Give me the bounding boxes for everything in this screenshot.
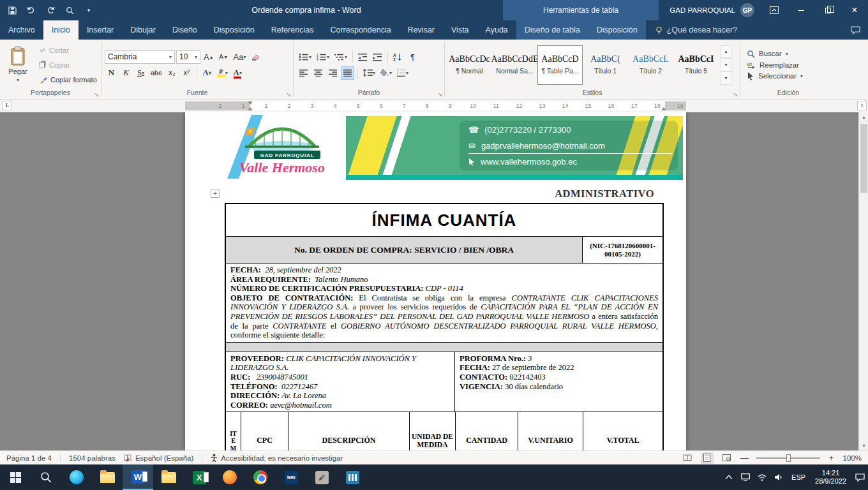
zoom-slider-thumb[interactable] — [786, 454, 791, 462]
tab-diseno-de-tabla[interactable]: Diseño de tabla — [516, 20, 588, 40]
scroll-up-icon[interactable]: ▲ — [859, 112, 868, 122]
accessibility-status[interactable]: Accesibilidad: es necesario investigar — [211, 454, 343, 462]
dialog-launcher-icon[interactable]: ↘ — [94, 92, 99, 98]
multilevel-list-icon[interactable]: ▾ — [333, 50, 349, 64]
minimize-button[interactable] — [788, 0, 814, 20]
bullets-icon[interactable]: ▾ — [297, 50, 313, 64]
vertical-scrollbar[interactable]: ▲ ▼ — [858, 112, 868, 450]
feedback-icon[interactable] — [851, 20, 868, 40]
shading-icon[interactable]: ▾ — [378, 66, 394, 80]
clear-formatting-button[interactable] — [250, 50, 263, 64]
align-right-icon[interactable] — [326, 66, 340, 80]
language-indicator[interactable]: Español (España) — [124, 454, 193, 462]
line-spacing-icon[interactable]: ▾ — [361, 66, 377, 80]
ribbon-display-options-icon[interactable] — [761, 0, 788, 20]
sort-icon[interactable]: AZ — [391, 50, 405, 64]
taskbar-edge-button[interactable] — [61, 464, 92, 490]
redo-icon[interactable] — [42, 3, 59, 18]
tab-disposicion[interactable]: Disposición — [206, 20, 263, 40]
restore-button[interactable] — [814, 0, 841, 20]
tab-inicio[interactable]: Inicio — [43, 20, 79, 40]
show-marks-icon[interactable]: ¶ — [406, 50, 419, 64]
tab-archivo[interactable]: Archivo — [0, 20, 43, 40]
zoom-out-icon[interactable]: — — [740, 453, 749, 463]
tray-expand-icon[interactable] — [721, 464, 737, 490]
monitor-icon[interactable] — [737, 464, 754, 490]
decrease-indent-icon[interactable] — [356, 50, 370, 64]
tab-revisar[interactable]: Revisar — [400, 20, 443, 40]
highlight-button[interactable]: ▾ — [215, 66, 230, 80]
scrollbar-thumb[interactable] — [860, 124, 867, 193]
italic-button[interactable]: K — [119, 66, 133, 80]
page[interactable]: GAD PARROQUIAL Valle Hermoso ☎ (02)27732… — [185, 112, 686, 450]
font-color-button[interactable]: A▾ — [231, 66, 244, 80]
taskbar-search-button[interactable] — [31, 464, 61, 490]
tab-diseno[interactable]: Diseño — [164, 20, 206, 40]
save-icon[interactable] — [4, 3, 20, 18]
ruler-toggle-icon[interactable]: ⇕ — [857, 101, 867, 110]
zoom-level[interactable]: 100% — [843, 454, 862, 462]
print-layout-icon[interactable] — [701, 452, 714, 464]
volume-icon[interactable] — [770, 464, 787, 490]
align-center-icon[interactable] — [311, 66, 325, 80]
underline-button[interactable]: S▾ — [134, 66, 147, 80]
tab-insertar[interactable]: Insertar — [79, 20, 122, 40]
undo-icon[interactable] — [23, 3, 40, 18]
page-indicator[interactable]: Página 1 de 4 — [6, 454, 52, 462]
table-move-handle[interactable]: + — [211, 189, 220, 198]
network-icon[interactable] — [754, 464, 770, 490]
clock[interactable]: 14:21 28/9/2022 — [810, 469, 851, 486]
tab-selector[interactable]: L — [3, 101, 12, 110]
taskbar-word-button[interactable]: W — [123, 464, 153, 490]
taskbar-folder-button[interactable] — [153, 464, 184, 490]
cut-button[interactable]: ✂ Cortar — [37, 44, 100, 57]
zoom-tool-icon[interactable] — [61, 3, 78, 18]
shrink-font-button[interactable]: A▼ — [217, 50, 230, 64]
tab-dibujar[interactable]: Dibujar — [122, 20, 164, 40]
zoom-slider[interactable] — [756, 457, 820, 459]
justify-icon[interactable] — [341, 66, 354, 80]
tab-disposicion-tabla[interactable]: Disposición — [588, 20, 646, 40]
zoom-in-icon[interactable]: + — [827, 453, 836, 463]
style-titulo-2[interactable]: AaBbCcL Título 2 — [628, 45, 673, 85]
paste-button[interactable]: Pegar ▾ — [0, 42, 36, 88]
align-left-icon[interactable] — [297, 66, 310, 80]
superscript-button[interactable]: x² — [180, 66, 193, 80]
borders-icon[interactable]: ▾ — [395, 66, 410, 80]
read-mode-icon[interactable] — [681, 452, 694, 464]
tab-correspondencia[interactable]: Correspondencia — [322, 20, 399, 40]
taskbar-chrome-button[interactable] — [245, 464, 276, 490]
taskbar-file-explorer-button[interactable] — [92, 464, 123, 490]
scroll-down-icon[interactable]: ▼ — [859, 441, 868, 450]
change-case-button[interactable]: Aa▾ — [232, 50, 248, 64]
style-normal-sa[interactable]: AaBbCcDdE Normal Sa... — [492, 45, 537, 85]
tab-vista[interactable]: Vista — [443, 20, 477, 40]
close-button[interactable]: × — [841, 0, 868, 20]
format-painter-button[interactable]: Copiar formato — [37, 73, 100, 86]
taskbar-app-grid-button[interactable] — [337, 464, 368, 490]
style-table-pa[interactable]: AaBbCcD ¶ Table Pa... — [537, 45, 583, 85]
account-info[interactable]: GAD PARROQUIAL GP — [663, 3, 761, 17]
styles-scroll-up-icon[interactable]: ▲ — [721, 45, 731, 59]
style-normal[interactable]: AaBbCcDc ¶ Normal — [447, 45, 492, 85]
dialog-launcher-icon[interactable]: ↘ — [733, 92, 738, 98]
order-table[interactable]: ÍNFIMA CUANTÍA No. DE ORDEN DE COMPRA: S… — [225, 203, 664, 450]
tell-me-search[interactable]: ¿Qué desea hacer? — [655, 20, 738, 40]
start-button[interactable] — [0, 464, 31, 490]
tab-referencias[interactable]: Referencias — [263, 20, 322, 40]
taskbar-firefox-button[interactable] — [214, 464, 245, 490]
taskbar-paint-button[interactable]: 🖌 — [306, 464, 337, 490]
taskbar-excel-button[interactable]: X — [184, 464, 214, 490]
web-layout-icon[interactable] — [721, 452, 733, 464]
style-titulo-5[interactable]: AaBbCcI Título 5 — [673, 45, 719, 85]
copy-button[interactable]: Copiar — [37, 59, 100, 71]
word-count[interactable]: 1504 palabras — [69, 454, 116, 462]
select-button[interactable]: Seleccionar▾ — [747, 72, 803, 80]
taskbar-sri-button[interactable]: SRi — [276, 464, 306, 490]
grow-font-button[interactable]: A▲ — [202, 50, 216, 64]
horizontal-ruler[interactable]: 21 12 34 56 78 910 1112 1314 1516 1718 1… — [185, 101, 686, 110]
styles-scroll-down-icon[interactable]: ▼ — [721, 58, 731, 71]
subscript-button[interactable]: x₂ — [165, 66, 179, 80]
dialog-launcher-icon[interactable]: ↘ — [286, 92, 291, 98]
increase-indent-icon[interactable] — [371, 50, 384, 64]
